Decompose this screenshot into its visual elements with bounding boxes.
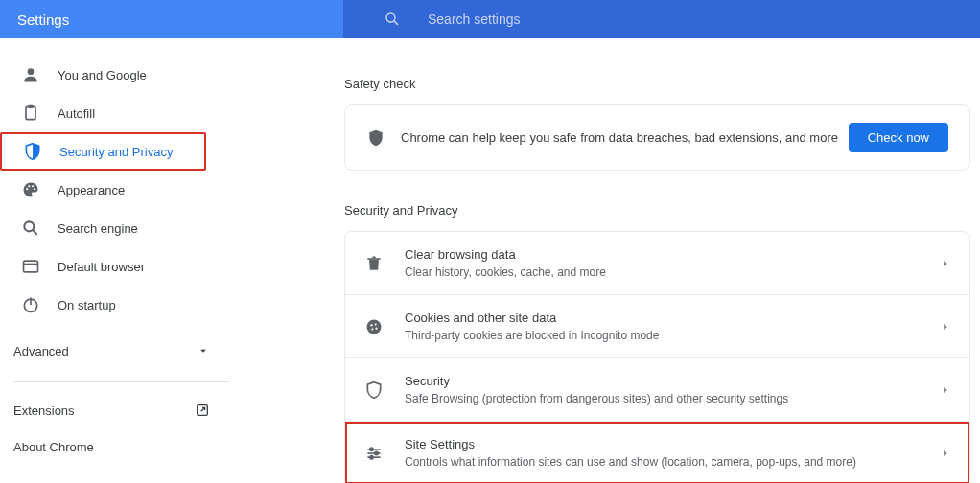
svg-point-20 bbox=[371, 328, 373, 330]
sidebar: You and Google Autofill Security and Pri… bbox=[0, 38, 243, 483]
list-item-title: Security bbox=[405, 374, 941, 388]
search-input[interactable] bbox=[428, 12, 811, 27]
svg-point-5 bbox=[26, 188, 28, 190]
sidebar-item-label: Security and Privacy bbox=[59, 145, 174, 159]
sidebar-item-on-startup[interactable]: On startup bbox=[0, 286, 233, 324]
sidebar-item-label: You and Google bbox=[58, 68, 147, 82]
security-privacy-title: Security and Privacy bbox=[344, 203, 970, 218]
list-item-desc: Controls what information sites can use … bbox=[405, 455, 941, 469]
sidebar-item-default-browser[interactable]: Default browser bbox=[0, 247, 233, 286]
svg-point-26 bbox=[370, 455, 373, 458]
list-item-desc: Safe Browsing (protection from dangerous… bbox=[405, 392, 941, 405]
header-left: Settings bbox=[0, 0, 343, 38]
list-item-site-settings[interactable]: Site Settings Controls what information … bbox=[345, 422, 969, 483]
svg-point-25 bbox=[375, 451, 378, 454]
list-item-text: Cookies and other site data Third-party … bbox=[405, 310, 941, 342]
shield-icon bbox=[23, 142, 42, 161]
svg-rect-3 bbox=[26, 106, 35, 119]
list-item-text: Site Settings Controls what information … bbox=[405, 437, 941, 469]
palette-icon bbox=[21, 180, 40, 199]
sidebar-item-security-privacy[interactable]: Security and Privacy bbox=[0, 132, 206, 171]
svg-line-1 bbox=[394, 21, 398, 25]
tune-icon bbox=[364, 444, 384, 463]
list-item-cookies[interactable]: Cookies and other site data Third-party … bbox=[345, 295, 969, 358]
sidebar-item-label: Appearance bbox=[58, 183, 125, 197]
page-title: Settings bbox=[17, 12, 69, 28]
list-item-text: Security Safe Browsing (protection from … bbox=[405, 374, 941, 405]
open-external-icon bbox=[195, 402, 210, 418]
list-item-desc: Third-party cookies are blocked in Incog… bbox=[405, 329, 941, 342]
divider bbox=[13, 381, 229, 382]
svg-point-24 bbox=[370, 448, 373, 450]
chevron-right-icon bbox=[941, 385, 950, 395]
shield-icon bbox=[366, 128, 385, 148]
sidebar-item-autofill[interactable]: Autofill bbox=[0, 94, 233, 132]
safety-check-title: Safety check bbox=[344, 77, 970, 91]
browser-icon bbox=[21, 257, 40, 276]
chevron-right-icon bbox=[941, 448, 950, 458]
clipboard-icon bbox=[21, 104, 40, 123]
svg-point-7 bbox=[32, 185, 34, 187]
advanced-label: Advanced bbox=[13, 344, 69, 358]
sidebar-item-label: Default browser bbox=[58, 260, 145, 274]
svg-line-10 bbox=[33, 230, 37, 235]
sidebar-item-label: Search engine bbox=[58, 221, 138, 236]
sidebar-item-search-engine[interactable]: Search engine bbox=[0, 209, 233, 247]
svg-rect-11 bbox=[24, 261, 38, 272]
trash-icon bbox=[364, 254, 384, 273]
svg-point-2 bbox=[28, 68, 35, 75]
svg-point-0 bbox=[386, 13, 395, 22]
search-icon bbox=[384, 11, 401, 28]
power-icon bbox=[21, 295, 40, 314]
shield-outline-icon bbox=[364, 380, 384, 400]
list-item-desc: Clear history, cookies, cache, and more bbox=[405, 265, 941, 279]
sidebar-extensions[interactable]: Extensions bbox=[0, 392, 243, 428]
safety-check-card: Chrome can help keep you safe from data … bbox=[344, 104, 970, 171]
sidebar-item-appearance[interactable]: Appearance bbox=[0, 171, 233, 209]
svg-point-6 bbox=[28, 185, 30, 187]
sidebar-item-you-and-google[interactable]: You and Google bbox=[0, 56, 233, 94]
extensions-label: Extensions bbox=[13, 403, 75, 418]
sidebar-item-label: On startup bbox=[58, 298, 116, 312]
sidebar-about-chrome[interactable]: About Chrome bbox=[0, 428, 243, 465]
sidebar-item-label: Autofill bbox=[58, 106, 95, 121]
svg-point-19 bbox=[375, 327, 377, 329]
chevron-right-icon bbox=[941, 259, 950, 268]
chevron-down-icon bbox=[197, 344, 210, 357]
svg-point-16 bbox=[367, 319, 382, 334]
list-item-title: Cookies and other site data bbox=[405, 310, 941, 325]
header: Settings bbox=[0, 0, 980, 38]
search-icon bbox=[21, 218, 40, 238]
about-label: About Chrome bbox=[13, 440, 94, 454]
list-item-clear-browsing-data[interactable]: Clear browsing data Clear history, cooki… bbox=[345, 232, 969, 295]
svg-rect-4 bbox=[29, 105, 34, 108]
person-icon bbox=[21, 65, 40, 84]
list-item-text: Clear browsing data Clear history, cooki… bbox=[405, 247, 941, 279]
list-item-title: Clear browsing data bbox=[405, 247, 941, 262]
svg-point-18 bbox=[375, 323, 377, 325]
cookie-icon bbox=[364, 317, 384, 336]
chevron-right-icon bbox=[941, 322, 950, 332]
security-privacy-card: Clear browsing data Clear history, cooki… bbox=[344, 231, 970, 483]
main-content: Safety check Chrome can help keep you sa… bbox=[243, 38, 980, 483]
safety-check-text: Chrome can help keep you safe from data … bbox=[401, 130, 849, 145]
list-item-title: Site Settings bbox=[405, 437, 941, 451]
search-bar[interactable] bbox=[343, 0, 980, 38]
svg-point-9 bbox=[24, 221, 34, 231]
svg-point-17 bbox=[370, 324, 372, 326]
list-item-security[interactable]: Security Safe Browsing (protection from … bbox=[345, 358, 969, 422]
svg-point-8 bbox=[34, 188, 35, 190]
check-now-button[interactable]: Check now bbox=[849, 123, 948, 152]
sidebar-advanced[interactable]: Advanced bbox=[0, 332, 243, 370]
